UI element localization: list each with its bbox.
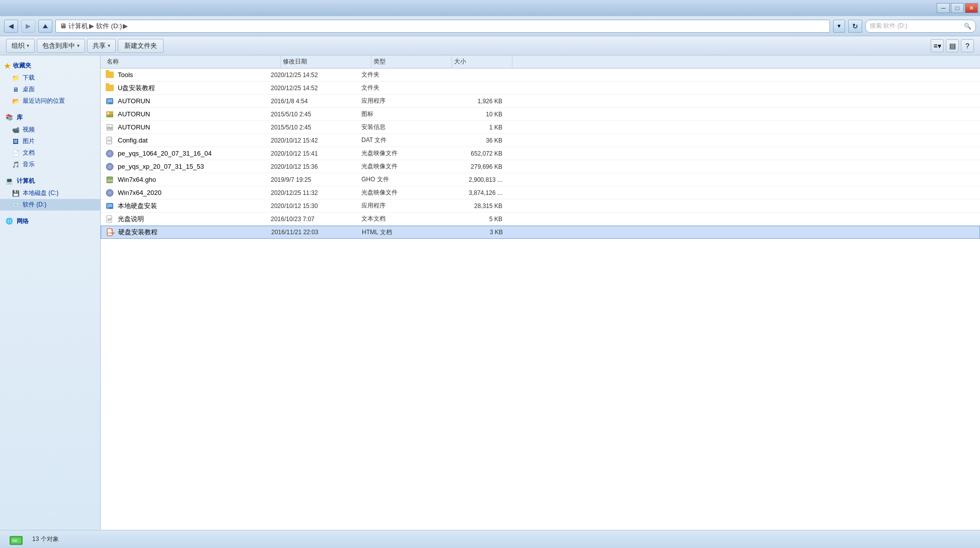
computer-header[interactable]: 💻 计算机 [0,174,100,187]
toolbar-right: ≡▾ ▤ ? [931,39,974,52]
status-count: 13 个对象 [32,535,59,543]
svg-text:INI: INI [107,126,112,130]
sidebar-item-drive-c[interactable]: 💾 本地磁盘 (C:) [0,187,100,199]
breadcrumb-bar[interactable]: 🖥 计算机 ▶ 软件 (D:) ▶ [55,20,830,33]
title-bar-buttons: ─ □ ✕ [937,3,978,13]
html-icon: HTML [105,227,115,237]
file-list: Tools 2020/12/25 14:52 文件夹 U盘安装教程 2020/1… [101,68,980,530]
up-button[interactable] [38,20,52,33]
search-box[interactable]: 搜索 软件 (D:) 🔍 [865,20,976,33]
video-icon: 📹 [11,126,20,134]
libraries-section: 📚 库 📹 视频 🖼 图片 📄 文档 🎵 音乐 [0,111,100,170]
drive-d-icon: 💿 [11,201,20,209]
setup-icon: INI [105,122,115,132]
status-icon: RE [8,531,24,547]
status-bar: RE 13 个对象 [0,530,980,548]
table-row[interactable]: U盘安装教程 2020/12/25 14:52 文件夹 [101,82,980,95]
col-header-modified[interactable]: 修改日期 [281,55,371,68]
sidebar-item-music[interactable]: 🎵 音乐 [0,159,100,170]
library-icon: 📚 [4,113,14,122]
txt-icon [105,214,115,224]
back-button[interactable]: ◀ [4,20,18,33]
drive-c-icon: 💾 [11,189,20,197]
sidebar-item-drive-d[interactable]: 💿 软件 (D:) [0,199,100,211]
help-button[interactable]: ? [961,39,974,52]
download-icon: 📁 [11,74,20,82]
col-header-name[interactable]: 名称 [105,55,281,68]
folder-icon [105,70,115,80]
maximize-button[interactable]: □ [951,3,964,13]
iso-icon [105,162,115,172]
search-placeholder: 搜索 软件 (D:) [870,22,908,30]
sidebar-item-video[interactable]: 📹 视频 [0,124,100,135]
table-row[interactable]: 本地硬盘安装 2020/10/12 15:30 应用程序 28,315 KB [101,199,980,213]
share-button[interactable]: 共享 ▾ [87,39,116,53]
app-icon [105,201,115,211]
file-list-header: 名称 修改日期 类型 大小 [101,55,980,68]
close-button[interactable]: ✕ [965,3,978,13]
preview-pane-button[interactable]: ▤ [946,39,959,52]
breadcrumb-icon: 🖥 [60,22,66,30]
breadcrumb-computer[interactable]: 计算机 ▶ [68,22,94,31]
libraries-header[interactable]: 📚 库 [0,111,100,124]
img-icon [105,109,115,119]
app-icon [105,96,115,106]
view-options-button[interactable]: ≡▾ [931,39,944,52]
svg-rect-23 [107,208,109,209]
sidebar-item-desktop[interactable]: 🖥 桌面 [0,84,100,95]
search-icon: 🔍 [964,23,971,30]
table-row[interactable]: 光盘说明 2016/10/23 7:07 文本文档 5 KB [101,213,980,226]
minimize-button[interactable]: ─ [937,3,950,13]
table-row[interactable]: AUTORUN 2016/1/8 4:54 应用程序 1,926 KB [101,95,980,108]
svg-rect-1 [107,99,112,102]
star-icon: ★ [4,62,11,70]
svg-text:RE: RE [12,538,18,543]
toolbar: 组织 ▾ 包含到库中 ▾ 共享 ▾ 新建文件夹 ≡▾ ▤ ? [0,36,980,55]
svg-point-12 [109,153,110,154]
title-bar: ─ □ ✕ [0,0,980,16]
organize-button[interactable]: 组织 ▾ [6,39,35,53]
file-list-container: 名称 修改日期 类型 大小 Tools 2020/12/25 14:52 文件夹… [101,55,980,530]
table-row[interactable]: GHO Win7x64.gho 2019/9/7 19:25 GHO 文件 2,… [101,173,980,186]
iso-icon [105,188,115,198]
sidebar-item-recent[interactable]: 📂 最近访问的位置 [0,95,100,107]
col-header-size[interactable]: 大小 [452,55,512,68]
favorites-section: ★ 收藏夹 📁 下载 🖥 桌面 📂 最近访问的位置 [0,59,100,107]
svg-text:GHO: GHO [107,179,114,182]
address-bar: ◀ ▶ 🖥 计算机 ▶ 软件 (D:) ▶ ▼ ↻ 搜索 软件 (D:) 🔍 [0,16,980,36]
favorites-header[interactable]: ★ 收藏夹 [0,59,100,72]
gho-icon: GHO [105,175,115,185]
network-icon: 🌐 [4,217,14,226]
sidebar-item-download[interactable]: 📁 下载 [0,72,100,84]
network-header[interactable]: 🌐 网络 [0,215,100,228]
folder-icon [105,83,115,93]
svg-rect-22 [107,204,112,207]
table-row[interactable]: Config.dat 2020/10/12 15:42 DAT 文件 36 KB [101,134,980,147]
music-icon: 🎵 [11,161,20,169]
svg-rect-2 [107,103,109,104]
address-dropdown-button[interactable]: ▼ [833,20,845,33]
table-row[interactable]: pe_yqs_xp_20_07_31_15_53 2020/10/12 15:3… [101,160,980,173]
svg-point-20 [109,192,110,193]
table-row[interactable]: Win7x64_2020 2020/12/25 11:32 光盘映像文件 3,8… [101,186,980,199]
table-row[interactable]: pe_yqs_1064_20_07_31_16_04 2020/10/12 15… [101,147,980,160]
breadcrumb-drive[interactable]: 软件 (D:) ▶ [96,22,128,31]
sidebar-item-pictures[interactable]: 🖼 图片 [0,135,100,147]
table-row[interactable]: HTML 硬盘安装教程 2016/11/21 22:03 HTML 文档 3 K… [101,226,980,239]
table-row[interactable]: Tools 2020/12/25 14:52 文件夹 [101,68,980,82]
pictures-icon: 🖼 [11,138,20,146]
sidebar-item-documents[interactable]: 📄 文档 [0,147,100,159]
dat-icon [105,135,115,146]
refresh-button[interactable]: ↻ [848,20,862,33]
table-row[interactable]: INI AUTORUN 2015/5/10 2:45 安装信息 1 KB [101,121,980,134]
forward-button[interactable]: ▶ [21,20,35,33]
add-to-library-button[interactable]: 包含到库中 ▾ [37,39,85,53]
col-header-type[interactable]: 类型 [371,55,452,68]
computer-icon: 💻 [4,176,14,185]
network-section: 🌐 网络 [0,215,100,228]
computer-section: 💻 计算机 💾 本地磁盘 (C:) 💿 软件 (D:) [0,174,100,211]
clock-icon: 📂 [11,97,20,105]
table-row[interactable]: AUTORUN 2015/5/10 2:45 图标 10 KB [101,108,980,121]
new-folder-button[interactable]: 新建文件夹 [118,39,164,53]
share-arrow: ▾ [108,43,110,48]
